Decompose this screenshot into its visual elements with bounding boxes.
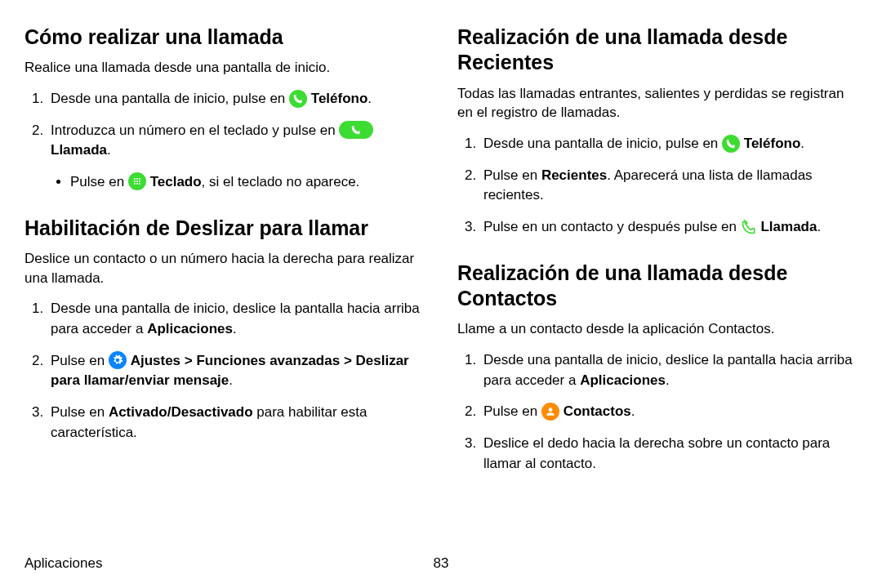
text: . — [107, 142, 111, 158]
label-llamada: Llamada — [760, 219, 817, 234]
intro-recent-call: Todas las llamadas entrantes, salientes … — [457, 84, 858, 123]
label-recientes: Recientes — [541, 167, 607, 183]
section-contacts-call: Realización de una llamada desde Contact… — [457, 261, 858, 474]
svg-point-2 — [139, 178, 140, 180]
text: Pulse en — [51, 353, 109, 368]
heading-swipe-call: Habilitación de Deslizar para llamar — [24, 216, 425, 241]
sep: > — [180, 353, 196, 368]
steps-recent-call: Desde una pantalla de inicio, pulse en T… — [457, 134, 858, 238]
section-swipe-call: Habilitación de Deslizar para llamar Des… — [24, 216, 425, 443]
svg-point-3 — [134, 180, 136, 182]
list-item: Desde una pantalla de inicio, pulse en T… — [480, 134, 858, 154]
sublist: Pulse en Teclado, si el teclado no apare… — [51, 172, 425, 193]
heading-recent-call: Realización de una llamada desde Recient… — [457, 24, 858, 76]
keypad-icon — [128, 172, 146, 190]
label-toggle: Activado/Desactivado — [109, 404, 253, 420]
text: Pulse en — [483, 167, 541, 183]
text: . — [631, 403, 635, 419]
svg-point-6 — [134, 183, 136, 185]
svg-point-4 — [136, 180, 138, 182]
text: , si el teclado no aparece. — [202, 174, 360, 189]
heading-make-call: Cómo realizar una llamada — [24, 24, 425, 50]
text: Pulse en — [70, 174, 128, 189]
list-item: Pulse en Ajustes > Funciones avanzadas >… — [47, 351, 425, 391]
call-pill-icon — [339, 121, 373, 139]
text: Introduzca un número en el teclado y pul… — [51, 122, 339, 138]
label-funciones: Funciones avanzadas — [196, 353, 340, 368]
list-item: Pulse en Recientes. Aparecerá una lista … — [480, 166, 858, 206]
svg-point-8 — [139, 183, 140, 185]
contacts-icon — [541, 403, 559, 421]
label-telefono: Teléfono — [744, 136, 801, 151]
svg-point-1 — [136, 178, 138, 180]
text: Pulse en — [51, 404, 109, 420]
footer-section-label: Aplicaciones — [24, 555, 102, 572]
text: Deslice el dedo hacia la derecha sobre u… — [483, 435, 830, 471]
footer-page-number: 83 — [434, 555, 449, 572]
steps-make-call: Desde una pantalla de inicio, pulse en T… — [24, 89, 425, 193]
label-aplicaciones: Aplicaciones — [580, 372, 666, 388]
label-llamada: Llamada — [51, 142, 107, 158]
text: . — [229, 372, 233, 388]
text: . — [800, 136, 804, 151]
text: Desde una pantalla de inicio, pulse en — [483, 136, 722, 151]
label-aplicaciones: Aplicaciones — [147, 321, 233, 336]
svg-point-5 — [139, 180, 140, 182]
list-item: Desde una pantalla de inicio, deslice la… — [480, 350, 858, 390]
svg-point-7 — [136, 183, 138, 185]
label-teclado: Teclado — [150, 174, 202, 189]
text: . — [368, 91, 372, 106]
svg-point-0 — [134, 178, 136, 180]
page-columns: Cómo realizar una llamada Realice una ll… — [24, 24, 858, 497]
list-item: Pulse en Teclado, si el teclado no apare… — [70, 172, 425, 193]
intro-contacts-call: Llame a un contacto desde la aplicación … — [457, 319, 858, 339]
intro-swipe-call: Deslice un contacto o un número hacia la… — [24, 249, 425, 288]
section-make-call: Cómo realizar una llamada Realice una ll… — [24, 24, 425, 193]
text: Desde una pantalla de inicio, pulse en — [51, 91, 289, 106]
right-column: Realización de una llamada desde Recient… — [457, 24, 858, 497]
text: . — [666, 372, 670, 388]
list-item: Desde una pantalla de inicio, deslice la… — [47, 299, 425, 339]
text: . — [233, 321, 237, 336]
intro-make-call: Realice una llamada desde una pantalla d… — [24, 58, 425, 78]
steps-swipe-call: Desde una pantalla de inicio, deslice la… — [24, 299, 425, 443]
settings-icon — [109, 351, 127, 369]
text: Pulse en — [483, 403, 541, 419]
label-telefono: Teléfono — [311, 91, 368, 106]
phone-icon — [289, 90, 307, 108]
label-contactos: Contactos — [564, 403, 631, 419]
text: Pulse en un contacto y después pulse en — [483, 219, 741, 234]
list-item: Deslice el dedo hacia la derecha sobre u… — [480, 434, 858, 474]
label-ajustes: Ajustes — [131, 353, 180, 368]
list-item: Pulse en Activado/Desactivado para habil… — [47, 403, 425, 443]
text: . — [817, 219, 821, 234]
phone-outline-icon — [741, 219, 757, 235]
list-item: Desde una pantalla de inicio, pulse en T… — [47, 89, 425, 109]
phone-icon — [722, 135, 740, 153]
left-column: Cómo realizar una llamada Realice una ll… — [24, 24, 425, 497]
sep: > — [340, 353, 355, 368]
page-footer: Aplicaciones 83 — [24, 555, 858, 572]
heading-contacts-call: Realización de una llamada desde Contact… — [457, 261, 858, 312]
section-recent-call: Realización de una llamada desde Recient… — [457, 24, 858, 238]
list-item: Introduzca un número en el teclado y pul… — [47, 121, 425, 193]
list-item: Pulse en Contactos. — [480, 402, 858, 422]
list-item: Pulse en un contacto y después pulse en … — [480, 217, 858, 238]
steps-contacts-call: Desde una pantalla de inicio, deslice la… — [457, 350, 858, 474]
